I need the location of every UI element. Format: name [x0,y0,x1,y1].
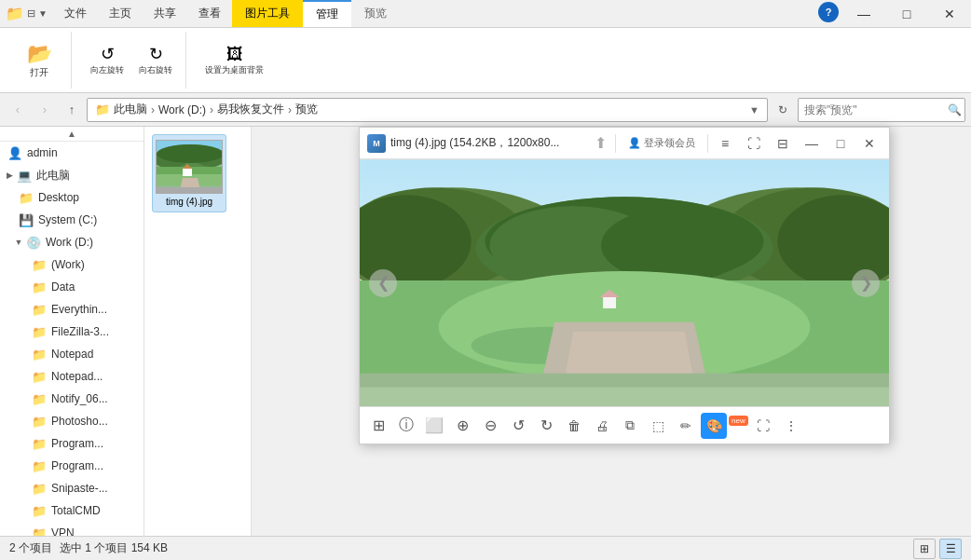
sidebar-item-sysc[interactable]: 💾 System (C:) [0,209,144,231]
tab-share[interactable]: 共享 [143,0,187,27]
view-grid-btn[interactable]: ⊞ [913,539,936,559]
search-box: 🔍 [798,98,965,122]
svg-rect-25 [603,297,616,308]
maximize-btn[interactable]: □ [885,0,928,28]
status-bar: 2 个项目 选中 1 个项目 154 KB ⊞ ☰ [0,536,971,560]
image-viewer: M timg (4).jpg (154.2KB，1200x80... ⬆ 👤 登… [359,127,890,444]
tab-manage[interactable]: 管理 [303,0,351,27]
address-dropdown-btn[interactable]: ▼ [749,104,759,116]
sidebar-item-workd[interactable]: ▼ 💿 Work (D:) [0,231,144,253]
sidebar-item-everything[interactable]: 📁 Everythin... [0,298,144,321]
help-btn[interactable]: ? [818,2,839,22]
viewer-tool-expand[interactable]: ⛶ [750,413,776,439]
forward-btn[interactable]: › [33,98,57,122]
sidebar-item-data[interactable]: 📁 Data [0,276,144,298]
window-controls: ? — □ ✕ [814,0,971,28]
search-input[interactable] [804,103,944,116]
sidebar-item-photoshop[interactable]: 📁 Photosho... [0,410,144,432]
sidebar-item-desktop[interactable]: 📁 Desktop [0,186,144,209]
sidebar-item-filezilla[interactable]: 📁 FileZilla-3... [0,321,144,343]
viewer-tool-zoomout[interactable]: ⊖ [477,413,503,439]
viewer-tool-colored[interactable]: 🎨 [701,413,727,439]
set-bg-btn[interactable]: 🖼 设置为桌面背景 [199,41,269,80]
sidebar-item-admin[interactable]: 👤 admin [0,142,144,164]
viewer-nav-left[interactable]: ❮ [369,269,397,297]
tab-view[interactable]: 查看 [187,0,232,27]
breadcrumb-preview[interactable]: 预览 [295,102,318,117]
refresh-btn[interactable]: ↻ [771,98,795,122]
viewer-fullscreen-btn[interactable]: ⛶ [742,131,766,156]
tab-preview[interactable]: 预览 [351,0,400,27]
viewer-titlebar: M timg (4).jpg (154.2KB，1200x80... ⬆ 👤 登… [360,128,889,159]
viewer-tool-delete[interactable]: 🗑 [561,413,587,439]
viewer-tool-more[interactable]: ⋮ [778,413,804,439]
sidebar-item-notepad2[interactable]: 📁 Notepad... [0,365,144,388]
file-name: timg (4).jpg [166,197,212,207]
thispc-toggle[interactable]: ▶ [4,170,15,181]
breadcrumb-work[interactable]: Work (D:) [158,103,206,116]
sidebar-item-work-sub[interactable]: 📁 (Work) [0,253,144,276]
upload-btn[interactable]: ⬆ [591,134,610,152]
address-path[interactable]: 📁 此电脑 › Work (D:) › 易我恢复文件 › 预览 ▼ [87,98,768,122]
viewer-pin-btn[interactable]: ⊟ [771,131,795,156]
workd-icon: 💿 [26,236,41,250]
login-btn[interactable]: 👤 登录领会员 [621,136,703,150]
folder-icon: 📁 [32,258,47,272]
minimize-btn[interactable]: — [842,0,885,28]
sidebar-item-label: Data [51,280,75,294]
open-btn[interactable]: 📂 打开 [19,38,60,83]
sidebar-item-label: System (C:) [38,213,97,226]
sidebar-item-notify[interactable]: 📁 Notify_06... [0,388,144,410]
sidebar-item-vpn[interactable]: 📁 VPN [0,522,144,536]
sidebar-item-snipaste[interactable]: 📁 Snipaste-... [0,477,144,499]
viewer-tool-copyb[interactable]: ⬚ [645,413,671,439]
folder-icon: 📁 [32,392,47,406]
folder-icon: 📁 [32,370,47,384]
dropdown-arrow[interactable]: ▼ [38,8,48,19]
viewer-tool-rotateleft[interactable]: ↺ [505,413,531,439]
viewer-tool-edit[interactable]: ✏ [673,413,699,439]
sidebar-scroll-up[interactable]: ▲ [67,129,76,139]
tab-home[interactable]: 主页 [98,0,143,27]
viewer-tool-print[interactable]: 🖨 [589,413,615,439]
workd-toggle[interactable]: ▼ [13,237,24,248]
breadcrumb-folder[interactable]: 易我恢复文件 [217,102,284,117]
quick-access-icon[interactable]: ⊟ [27,7,35,20]
viewer-tool-copy[interactable]: ⧉ [617,413,643,439]
sidebar-item-program2[interactable]: 📁 Program... [0,455,144,477]
folder-icon: 📁 [32,459,47,473]
folder-icon: 📁 [32,280,47,294]
folder-icon: 📁 [32,348,47,362]
viewer-tool-grid[interactable]: ⊞ [365,413,391,439]
viewer-maximize-btn[interactable]: □ [828,131,853,156]
sidebar-item-label: Program... [51,437,103,450]
file-thumbnail [156,140,223,194]
rotate-left-btn[interactable]: ↺ 向左旋转 [85,40,130,80]
viewer-tool-rotateright[interactable]: ↻ [533,413,559,439]
view-list-btn[interactable]: ☰ [939,539,962,559]
viewer-tool-info[interactable]: ⓘ [393,413,419,439]
sidebar-item-thispc[interactable]: ▶ 💻 此电脑 [0,164,144,186]
viewer-minimize-btn[interactable]: — [800,131,824,156]
sidebar-item-notepad[interactable]: 📁 Notepad [0,343,144,365]
back-btn[interactable]: ‹ [6,98,30,122]
file-item-timg4[interactable]: timg (4).jpg [152,134,226,212]
rotate-right-btn[interactable]: ↻ 向右旋转 [133,40,178,80]
breadcrumb-pc[interactable]: 此电脑 [114,102,147,117]
close-btn[interactable]: ✕ [928,0,971,28]
tab-picture-tools[interactable]: 图片工具 [232,0,303,27]
sidebar-item-label: Program... [51,459,103,472]
viewer-tool-zoomin[interactable]: ⊕ [449,413,475,439]
sidebar-item-program[interactable]: 📁 Program... [0,432,144,455]
up-btn[interactable]: ↑ [60,98,84,122]
viewer-menu-btn[interactable]: ≡ [713,131,737,156]
tab-file[interactable]: 文件 [53,0,98,27]
sidebar-item-totalcmd[interactable]: 📁 TotalCMD [0,499,144,522]
search-icon[interactable]: 🔍 [948,103,962,116]
sidebar-item-label: Notepad [51,348,93,361]
viewer-close-btn[interactable]: ✕ [857,131,882,156]
viewer-nav-right[interactable]: ❯ [852,269,880,297]
folder-icon: 📁 [32,482,47,496]
viewer-tool-crop[interactable]: ⬜ [421,413,447,439]
sidebar: ▲ 👤 admin ▶ 💻 此电脑 📁 Desktop 💾 System (C:… [0,127,144,536]
